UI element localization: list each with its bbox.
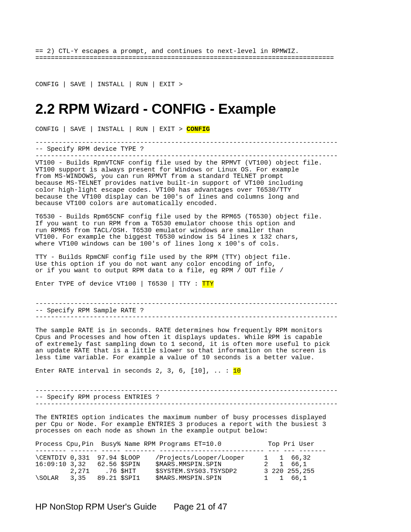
footer-title: HP NonStop RPM User's Guide — [35, 502, 156, 511]
divider: ----------------------------------------… — [35, 401, 376, 408]
type-prompt-value: TTY — [202, 280, 214, 288]
top-note-line: == 2) CTL-Y escapes a prompt, and contin… — [35, 48, 376, 55]
divider: ----------------------------------------… — [35, 388, 376, 395]
rate-prompt-prefix: Enter RATE interval in seconds 2, 3, 6, … — [35, 367, 233, 375]
divider: ----------------------------------------… — [35, 314, 376, 321]
config-prompt-input: CONFIG — [187, 126, 210, 133]
tty-description: TTY - Builds RpmCNF config file used by … — [35, 254, 376, 274]
divider: ----------------------------------------… — [35, 153, 376, 160]
type-section-title: -- Specify RPM device TYPE ? — [35, 146, 376, 153]
t6530-description: T6530 - Builds Rpm65CNF config file used… — [35, 214, 376, 248]
config-prompt-line: CONFIG | SAVE | INSTALL | RUN | EXIT > C… — [35, 126, 376, 133]
entries-description: The ENTRIES option indicates the maximum… — [35, 414, 376, 435]
document-page: == 2) CTL-Y escapes a prompt, and contin… — [0, 0, 411, 532]
config-prompt-prefix: CONFIG | SAVE | INSTALL | RUN | EXIT > — [35, 126, 187, 133]
entries-section-title: -- Specify RPM process ENTRIES ? — [35, 394, 376, 401]
top-rule: ========================================… — [35, 55, 376, 62]
type-prompt-line: Enter TYPE of device VT100 | T6530 | TTY… — [35, 281, 376, 288]
type-prompt-prefix: Enter TYPE of device VT100 | T6530 | TTY… — [35, 280, 202, 288]
rate-section-title: -- Specify RPM Sample RATE ? — [35, 308, 376, 314]
page-footer: HP NonStop RPM User's Guide Page 21 of 4… — [35, 502, 227, 511]
rate-description: The sample RATE is in seconds. RATE dete… — [35, 327, 376, 361]
section-heading: 2.2 RPM Wizard - CONFIG - Example — [35, 102, 376, 117]
divider: ----------------------------------------… — [35, 140, 376, 146]
entries-table: Process Cpu,Pin Busy% Name RPM Programs … — [35, 441, 376, 482]
rate-prompt-line: Enter RATE interval in seconds 2, 3, 6, … — [35, 368, 376, 375]
vt100-description: VT100 - Builds RpmVTCNF config file used… — [35, 160, 376, 207]
divider: ----------------------------------------… — [35, 301, 376, 308]
footer-page-number: Page 21 of 47 — [174, 502, 227, 511]
rate-prompt-value: 10 — [233, 367, 241, 375]
top-prompt: CONFIG | SAVE | INSTALL | RUN | EXIT > — [35, 81, 376, 88]
